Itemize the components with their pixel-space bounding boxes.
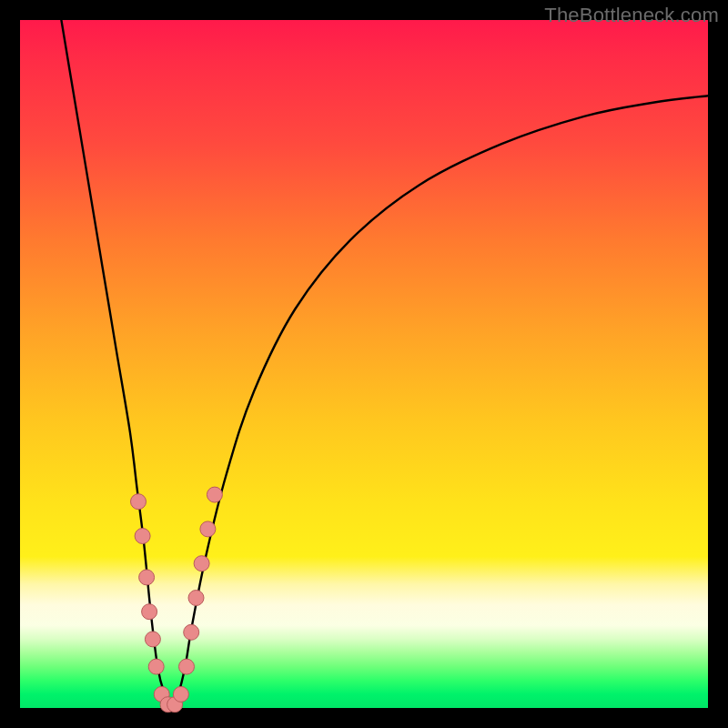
data-marker — [207, 487, 222, 502]
data-marker — [188, 591, 204, 606]
data-marker — [131, 494, 147, 510]
watermark-text: TheBottleneck.com — [544, 4, 719, 27]
data-marker — [173, 686, 188, 702]
data-marker — [184, 624, 199, 640]
data-marker — [135, 529, 150, 544]
data-marker — [179, 659, 195, 674]
chart-frame: TheBottleneck.com — [0, 0, 728, 728]
data-marker — [194, 556, 209, 571]
chart-plot-area — [20, 20, 708, 708]
bottleneck-curve — [61, 20, 708, 708]
data-markers — [131, 487, 223, 713]
data-marker — [139, 570, 155, 585]
data-marker — [145, 632, 160, 647]
chart-svg — [20, 20, 708, 708]
data-marker — [148, 659, 164, 674]
data-marker — [200, 521, 216, 537]
data-marker — [142, 604, 157, 620]
